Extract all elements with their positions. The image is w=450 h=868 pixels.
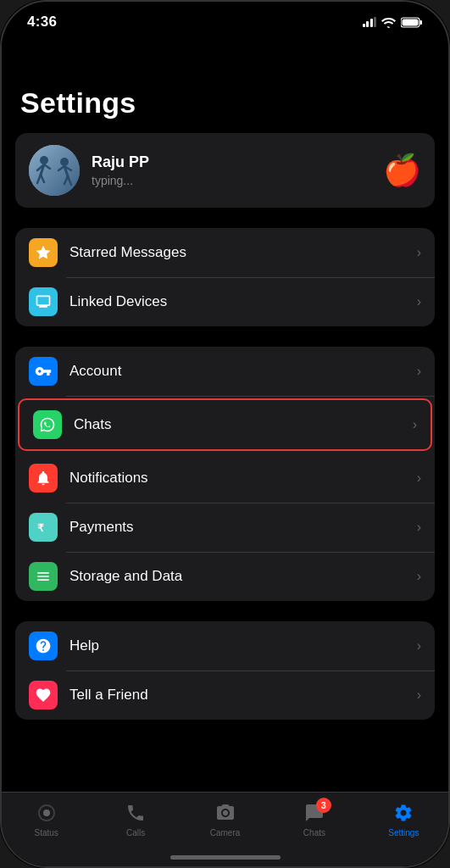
tell-friend-icon bbox=[29, 681, 58, 709]
menu-item-linked-devices[interactable]: Linked Devices › bbox=[15, 277, 435, 326]
chats-tab-label: Chats bbox=[303, 828, 325, 837]
menu-item-starred-messages[interactable]: Starred Messages › bbox=[15, 228, 435, 277]
battery-icon bbox=[401, 17, 423, 28]
avatar bbox=[29, 145, 80, 196]
svg-point-10 bbox=[60, 158, 69, 166]
status-icons bbox=[363, 17, 424, 28]
chats-icon bbox=[33, 410, 62, 439]
storage-chevron: › bbox=[417, 569, 421, 584]
menu-item-tell-friend[interactable]: Tell a Friend › bbox=[15, 670, 435, 720]
starred-messages-chevron: › bbox=[417, 245, 421, 260]
notifications-icon bbox=[29, 464, 58, 492]
profile-info: Raju PP typing... bbox=[92, 153, 376, 187]
dynamic-island bbox=[175, 12, 276, 41]
phone-shell: 4:36 Settings bbox=[0, 0, 450, 868]
svg-rect-1 bbox=[420, 20, 423, 25]
help-icon bbox=[29, 632, 58, 660]
tab-item-chats[interactable]: 3 Chats bbox=[269, 801, 358, 837]
signal-icon bbox=[363, 17, 377, 27]
payments-label: Payments bbox=[69, 519, 414, 536]
starred-messages-label: Starred Messages bbox=[69, 244, 414, 261]
status-tab-icon bbox=[35, 801, 58, 825]
chats-badge: 3 bbox=[316, 798, 331, 813]
content-area: Settings bbox=[2, 36, 448, 866]
profile-emoji: 🍎 bbox=[383, 153, 421, 188]
wifi-icon bbox=[381, 17, 396, 28]
tab-item-settings[interactable]: Settings bbox=[359, 801, 448, 837]
camera-tab-icon bbox=[214, 801, 237, 825]
profile-name: Raju PP bbox=[92, 153, 376, 171]
menu-item-chats[interactable]: Chats › bbox=[18, 398, 432, 451]
status-tab-label: Status bbox=[35, 828, 58, 837]
payments-chevron: › bbox=[417, 520, 421, 535]
notifications-label: Notifications bbox=[69, 470, 414, 487]
account-icon bbox=[29, 357, 58, 386]
tab-item-status[interactable]: Status bbox=[2, 801, 91, 837]
menu-item-storage[interactable]: Storage and Data › bbox=[15, 552, 435, 601]
svg-rect-2 bbox=[403, 19, 419, 25]
home-indicator bbox=[170, 855, 281, 860]
linked-devices-icon bbox=[29, 287, 58, 316]
menu-item-account[interactable]: Account › bbox=[15, 347, 435, 396]
menu-item-notifications[interactable]: Notifications › bbox=[15, 453, 435, 503]
settings-tab-icon bbox=[392, 801, 415, 825]
linked-devices-label: Linked Devices bbox=[69, 293, 414, 310]
menu-item-help[interactable]: Help › bbox=[15, 621, 435, 670]
storage-icon bbox=[29, 562, 58, 591]
phone-screen: 4:36 Settings bbox=[2, 2, 448, 866]
section-group-1: Starred Messages › Linked Devices › bbox=[15, 228, 435, 326]
calls-tab-icon bbox=[124, 801, 147, 825]
status-time: 4:36 bbox=[27, 14, 57, 31]
profile-status: typing... bbox=[92, 174, 376, 187]
tell-friend-chevron: › bbox=[417, 687, 421, 703]
notifications-chevron: › bbox=[417, 470, 421, 486]
calls-tab-label: Calls bbox=[126, 828, 145, 837]
tab-item-camera[interactable]: Camera bbox=[181, 801, 269, 837]
svg-point-17 bbox=[43, 810, 50, 816]
profile-card[interactable]: Raju PP typing... 🍎 bbox=[15, 133, 435, 208]
svg-text:₹: ₹ bbox=[37, 522, 44, 533]
menu-item-payments[interactable]: ₹ Payments › bbox=[15, 503, 435, 552]
section-group-3: Help › Tell a Friend › bbox=[15, 621, 435, 720]
starred-messages-icon bbox=[29, 238, 58, 267]
tell-friend-label: Tell a Friend bbox=[69, 687, 414, 704]
camera-tab-label: Camera bbox=[210, 828, 241, 837]
settings-tab-label: Settings bbox=[388, 828, 419, 837]
chats-chevron: › bbox=[413, 417, 417, 432]
storage-label: Storage and Data bbox=[69, 568, 414, 585]
help-label: Help bbox=[69, 637, 414, 654]
chats-tab-icon: 3 bbox=[303, 801, 326, 825]
payments-icon: ₹ bbox=[29, 513, 58, 542]
help-chevron: › bbox=[417, 638, 421, 654]
account-chevron: › bbox=[417, 364, 421, 379]
tab-item-calls[interactable]: Calls bbox=[91, 801, 180, 837]
linked-devices-chevron: › bbox=[417, 294, 421, 309]
page-title: Settings bbox=[2, 36, 448, 133]
account-label: Account bbox=[69, 363, 414, 380]
section-group-2: Account › Chats › Notifications bbox=[15, 347, 435, 601]
chats-label: Chats bbox=[74, 416, 409, 433]
